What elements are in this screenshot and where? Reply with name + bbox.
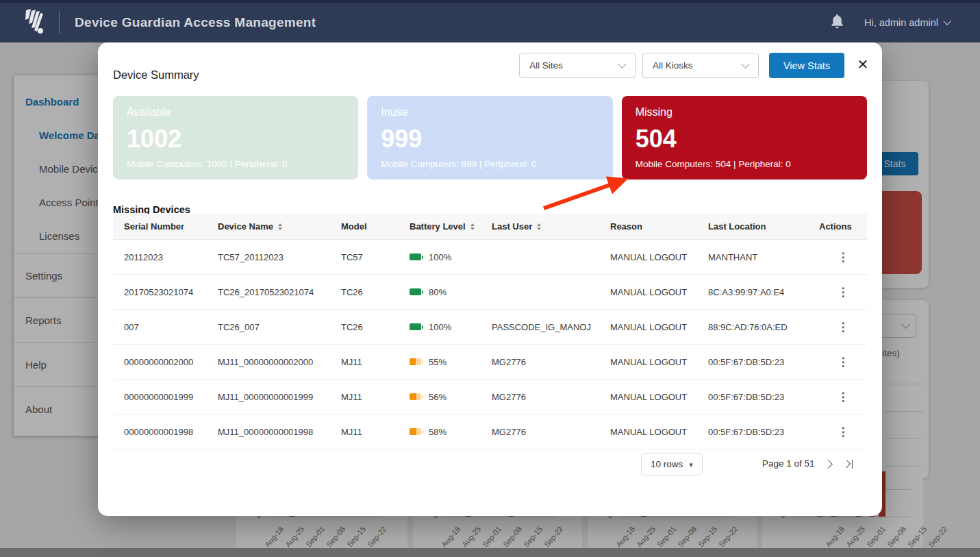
row-actions-kebab-icon[interactable]	[819, 425, 867, 439]
chevron-right-icon	[843, 460, 851, 467]
app-title: Device Guardian Access Management	[75, 15, 316, 30]
cell-last-user: PASSCODE_IG_MANOJ	[492, 322, 610, 332]
table-row: 20112023 TC57_20112023 TC57 100% MANUAL …	[113, 240, 867, 275]
cell-reason: MANUAL LOGOUT	[610, 252, 708, 262]
cell-last-user: MG2776	[492, 427, 610, 437]
missing-devices-table: Serial Number Device Name Model Battery …	[113, 214, 867, 478]
battery-icon	[410, 288, 421, 295]
table-row: 20170523021074 TC26_20170523021074 TC26 …	[113, 275, 867, 310]
row-actions-kebab-icon[interactable]	[819, 285, 867, 299]
kiosks-filter-value: All Kiosks	[653, 60, 693, 71]
cell-last-location: 00:5F:67:DB:5D:23	[708, 392, 819, 402]
cell-reason: MANUAL LOGOUT	[610, 357, 708, 367]
cell-serial: 00000000001999	[124, 392, 218, 402]
battery-percent: 100%	[429, 252, 451, 262]
cell-model: TC26	[341, 287, 410, 297]
col-device-name[interactable]: Device Name	[218, 221, 341, 232]
table-footer: 10 rows Page 1 of 51	[113, 449, 867, 478]
inuse-card[interactable]: Inuse 999 Mobile Computers: 999 | Periph…	[367, 96, 612, 180]
cell-device-name: TC26_20170523021074	[218, 287, 341, 297]
available-card-detail: Mobile Computers: 1002 | Peripheral: 0	[127, 159, 344, 169]
row-actions-kebab-icon[interactable]	[819, 355, 867, 369]
cell-serial: 20112023	[124, 252, 218, 262]
row-actions-kebab-icon[interactable]	[819, 250, 867, 264]
missing-card-count: 504	[636, 127, 853, 151]
table-header-row: Serial Number Device Name Model Battery …	[113, 214, 867, 240]
cell-model: MJ11	[341, 427, 410, 437]
sort-icon[interactable]	[537, 223, 541, 230]
cell-battery: 58%	[410, 427, 492, 437]
chevron-right-icon	[824, 460, 833, 469]
page-info-label: Page 1 of 51	[762, 458, 815, 469]
col-battery-level-label: Battery Level	[410, 221, 466, 232]
battery-percent: 58%	[429, 427, 447, 437]
cell-model: TC26	[341, 322, 410, 332]
cell-reason: MANUAL LOGOUT	[610, 322, 708, 332]
rows-per-page-value: 10 rows	[651, 459, 683, 469]
view-stats-button[interactable]: View Stats	[769, 53, 844, 78]
battery-icon	[410, 428, 421, 435]
chevron-down-icon	[741, 60, 750, 69]
sites-filter-value: All Sites	[529, 60, 563, 71]
topbar-divider	[59, 11, 60, 34]
top-bar: Device Guardian Access Management Hi, ad…	[0, 0, 980, 42]
cell-serial: 00000000001998	[124, 427, 218, 437]
cell-last-location: 00:5F:67:DB:5D:23	[708, 427, 819, 437]
available-card[interactable]: Available 1002 Mobile Computers: 1002 | …	[113, 96, 358, 180]
cell-last-location: 88:9C:AD:76:0A:ED	[708, 322, 819, 332]
row-actions-kebab-icon[interactable]	[819, 390, 867, 404]
cell-last-user: MG2776	[492, 357, 610, 367]
row-actions-kebab-icon[interactable]	[819, 320, 867, 334]
user-menu[interactable]: Hi, admin adminl	[864, 17, 950, 28]
battery-percent: 55%	[429, 357, 447, 367]
user-greeting-label: Hi, admin adminl	[864, 17, 938, 28]
topbar-right: Hi, admin adminl	[831, 14, 950, 32]
notification-bell-icon[interactable]	[831, 14, 844, 32]
inuse-card-detail: Mobile Computers: 999 | Peripheral: 0	[381, 159, 599, 169]
app-root: Dashboard Welcome Das Mobile Device Acce…	[0, 0, 980, 557]
last-page-button[interactable]	[840, 456, 857, 472]
cell-serial: 007	[124, 322, 218, 332]
cell-reason: MANUAL LOGOUT	[610, 287, 708, 297]
caret-down-icon	[689, 459, 693, 469]
cell-reason: MANUAL LOGOUT	[610, 392, 708, 402]
rows-per-page-select[interactable]: 10 rows	[641, 453, 703, 475]
inuse-card-count: 999	[381, 127, 599, 151]
next-page-button[interactable]	[820, 456, 836, 472]
chevron-down-icon	[618, 60, 627, 69]
col-battery-level[interactable]: Battery Level	[410, 221, 492, 232]
cell-device-name: MJ11_00000000001999	[218, 392, 341, 402]
cell-battery: 100%	[410, 252, 492, 262]
cell-model: TC57	[341, 252, 410, 262]
kiosks-filter-select[interactable]: All Kiosks	[642, 53, 759, 78]
table-row: 00000000001998 MJ11_00000000001998 MJ11 …	[113, 414, 867, 449]
table-row: 00000000001999 MJ11_00000000001999 MJ11 …	[113, 380, 867, 414]
summary-cards: Available 1002 Mobile Computers: 1002 | …	[113, 96, 867, 180]
cell-reason: MANUAL LOGOUT	[610, 427, 708, 437]
missing-card-detail: Mobile Computers: 504 | Peripheral: 0	[636, 159, 853, 169]
col-actions: Actions	[819, 221, 867, 232]
col-last-user[interactable]: Last User	[492, 221, 610, 232]
col-serial-number: Serial Number	[124, 221, 218, 232]
cell-battery: 55%	[410, 357, 492, 367]
cell-last-location: MANTHANT	[708, 252, 819, 262]
table-row: 007 TC26_007 TC26 100% PASSCODE_IG_MANOJ…	[113, 310, 867, 345]
last-page-bar-icon	[852, 460, 853, 469]
cell-battery: 100%	[410, 322, 492, 332]
cell-serial: 20170523021074	[124, 287, 218, 297]
sort-icon[interactable]	[470, 223, 475, 230]
close-icon[interactable]	[853, 55, 872, 74]
battery-percent: 100%	[429, 322, 451, 332]
col-reason: Reason	[610, 221, 708, 232]
sites-filter-select[interactable]: All Sites	[519, 53, 636, 78]
battery-icon	[410, 323, 421, 330]
cell-last-location: 8C:A3:99:97:A0:E4	[708, 287, 819, 297]
zebra-logo-icon	[19, 9, 51, 36]
missing-card[interactable]: Missing 504 Mobile Computers: 504 | Peri…	[622, 96, 867, 180]
available-card-count: 1002	[127, 127, 344, 151]
chevron-down-icon	[943, 17, 951, 25]
cell-battery: 56%	[410, 392, 492, 402]
cell-last-user: MG2776	[492, 392, 610, 402]
battery-percent: 56%	[429, 392, 447, 402]
sort-icon[interactable]	[278, 223, 282, 230]
